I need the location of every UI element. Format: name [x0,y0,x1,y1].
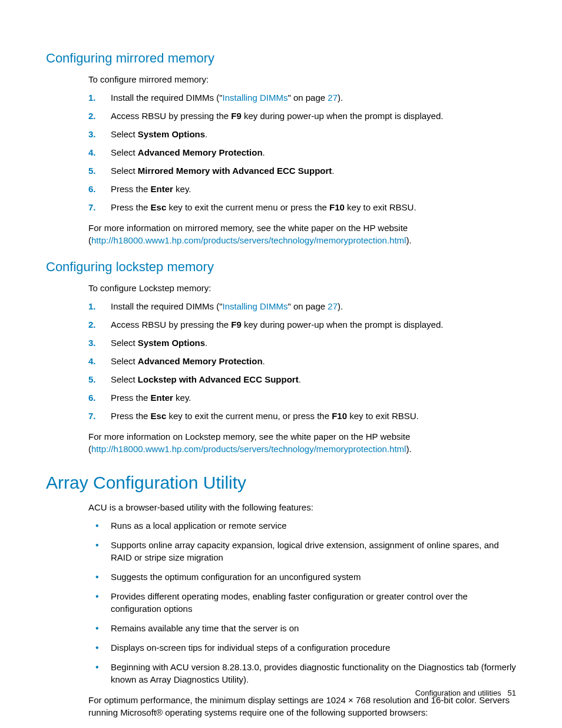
step-text: . [263,356,265,366]
step-text: " on page [287,301,328,311]
step-item: 1.Install the required DIMMs ("Installin… [88,91,516,104]
step-item: 2.Access RBSU by pressing the F9 key dur… [88,318,516,331]
step-text: key during power-up when the prompt is d… [242,111,444,121]
step-text: key during power-up when the prompt is d… [242,319,444,330]
footer-section: Configuration and utilities [415,689,501,697]
step-text: . [263,147,265,157]
step-text: ). [338,93,343,103]
step-number: 1. [88,91,96,104]
intro-text: To configure Lockstep memory: [88,282,516,294]
step-number: 2. [88,318,96,331]
heading-lockstep-memory: Configuring lockstep memory [46,259,516,275]
link-hp-whitepaper[interactable]: http://h18000.www1.hp.com/products/serve… [91,444,406,454]
text: ). [406,235,411,245]
step-number: 7. [88,410,96,422]
list-item: Provides different operating modes, enab… [88,590,516,615]
key-name: F10 [332,411,347,421]
step-item: 1.Install the required DIMMs ("Installin… [88,300,516,312]
list-item: Suggests the optimum configuration for a… [88,571,516,583]
step-number: 5. [88,373,96,386]
step-text: Press the [111,184,151,194]
step-number: 1. [88,300,96,312]
key-name: F9 [231,111,242,121]
step-number: 6. [88,183,96,195]
step-text: key to exit the current menu, or press t… [166,411,332,421]
step-item: 3.Select System Options. [88,337,516,349]
steps-list: 1.Install the required DIMMs ("Installin… [88,300,516,422]
step-text: Press the [111,411,151,421]
step-text: . [332,166,334,176]
list-item: Remains available any time that the serv… [88,622,516,634]
step-text: key to exit RBSU. [345,202,416,212]
step-item: 4.Select Advanced Memory Protection. [88,146,516,159]
step-item: 6.Press the Enter key. [88,391,516,404]
step-item: 5.Select Mirrored Memory with Advanced E… [88,164,516,177]
step-number: 4. [88,355,96,367]
step-text: Select [111,129,138,139]
intro-text: To configure mirrored memory: [88,73,516,85]
link-installing-dimms[interactable]: Installing DIMMs [223,301,288,311]
step-text: Access RBSU by pressing the [111,319,231,330]
paragraph: For more information on Lockstep memory,… [88,430,516,455]
step-text: key. [173,393,191,403]
step-text: key to exit the current menu or press th… [166,202,329,212]
list-item: Beginning with ACU version 8.28.13.0, pr… [88,661,516,686]
option-name: Advanced Memory Protection [138,147,263,157]
step-text: Select [111,356,138,366]
step-text: Select [111,374,138,384]
key-name: F9 [231,319,242,330]
key-name: Esc [151,202,167,212]
step-item: 7.Press the Esc key to exit the current … [88,201,516,213]
step-number: 3. [88,337,96,349]
option-name: Mirrored Memory with Advanced ECC Suppor… [138,166,332,176]
step-number: 5. [88,164,96,177]
list-item: Runs as a local application or remote se… [88,519,516,532]
option-name: System Options [138,129,205,139]
step-item: 7.Press the Esc key to exit the current … [88,410,516,422]
key-name: Esc [151,411,167,421]
step-item: 5.Select Lockstep with Advanced ECC Supp… [88,373,516,386]
steps-list: 1.Install the required DIMMs ("Installin… [88,91,516,213]
paragraph: For more information on mirrored memory,… [88,222,516,246]
footer-page-number: 51 [508,689,516,697]
step-number: 4. [88,146,96,159]
link-page-ref[interactable]: 27 [328,301,338,311]
step-number: 7. [88,201,96,213]
list-item: Supports online array capacity expansion… [88,539,516,564]
step-text: key. [173,184,191,194]
link-hp-whitepaper[interactable]: http://h18000.www1.hp.com/products/serve… [91,235,406,245]
step-item: 2.Access RBSU by pressing the F9 key dur… [88,110,516,122]
link-installing-dimms[interactable]: Installing DIMMs [223,93,288,103]
step-number: 3. [88,128,96,140]
option-name: Lockstep with Advanced ECC Support [138,374,299,384]
step-item: 4.Select Advanced Memory Protection. [88,355,516,367]
page-footer: Configuration and utilities 51 [415,689,516,697]
step-text: Access RBSU by pressing the [111,111,231,121]
step-text: . [205,129,207,139]
step-text: Select [111,338,138,348]
feature-list: Runs as a local application or remote se… [88,519,516,686]
step-text: Install the required DIMMs (" [111,93,223,103]
key-name: Enter [151,184,173,194]
text: ). [406,444,411,454]
step-text: . [299,374,301,384]
step-number: 6. [88,391,96,404]
step-text: Select [111,147,138,157]
step-text: key to exit RBSU. [347,411,419,421]
step-item: 3.Select System Options. [88,128,516,140]
step-text: ). [338,301,343,311]
step-text: Press the [111,393,151,403]
step-text: Select [111,166,138,176]
key-name: F10 [329,202,345,212]
link-page-ref[interactable]: 27 [328,93,338,103]
paragraph: For optimum performance, the minimum dis… [88,694,516,719]
step-text: " on page [287,93,328,103]
heading-mirrored-memory: Configuring mirrored memory [46,51,516,66]
option-name: System Options [138,338,205,348]
key-name: Enter [151,393,173,403]
step-item: 6.Press the Enter key. [88,183,516,195]
step-number: 2. [88,110,96,122]
option-name: Advanced Memory Protection [138,356,263,366]
step-text: Install the required DIMMs (" [111,301,223,311]
step-text: . [205,338,207,348]
